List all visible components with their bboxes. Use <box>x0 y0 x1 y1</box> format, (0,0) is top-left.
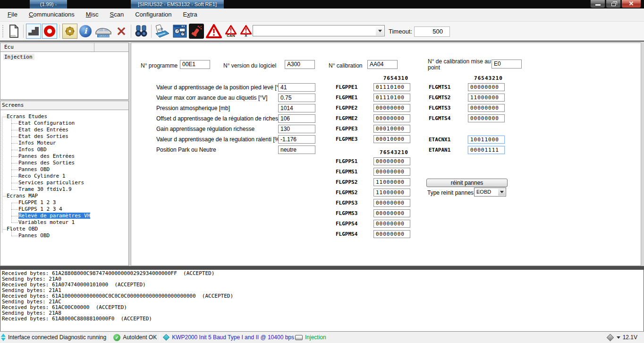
warning-can-button[interactable]: CAN <box>224 24 238 39</box>
timeout-input[interactable]: 500 <box>414 26 450 37</box>
tree-item[interactable]: Infos Moteur <box>0 140 128 146</box>
parameter-value-input[interactable]: 1014 <box>278 104 315 112</box>
flag-value-input[interactable]: 11000000 <box>468 94 505 102</box>
search-button[interactable] <box>134 24 149 39</box>
parameter-label: Pression atmospherique [mb] <box>156 104 230 112</box>
type-reinit-dropdown-button[interactable] <box>498 189 505 196</box>
warning-can-label: CAN <box>227 34 235 38</box>
toolbar-combobox[interactable] <box>253 25 385 36</box>
steps-button[interactable] <box>26 24 41 39</box>
flag-value-input[interactable]: 00000000 <box>468 104 505 112</box>
parameter-value-input[interactable]: 106 <box>278 114 315 123</box>
binoculars-icon <box>135 25 148 37</box>
warning-x-button[interactable]: X <box>239 24 253 39</box>
tree-item[interactable]: Trame 30 ftdiv1.9 <box>0 186 128 193</box>
menu-item[interactable]: Extra <box>178 9 203 21</box>
new-document-button[interactable]: «ω» <box>7 24 21 39</box>
flag-name: FLGPMS3 <box>336 209 373 217</box>
flag-value-input[interactable]: 01110100 <box>373 83 410 91</box>
warning-button[interactable] <box>205 24 223 39</box>
log-line: Received bytes: 61AC00C00000 (ACCEPTED) <box>2 305 644 310</box>
flag-value-input[interactable]: 00000000 <box>373 114 410 122</box>
tree-item[interactable]: Reco Cylindre 1 <box>0 173 128 180</box>
tree-item[interactable]: Etat Configuration <box>0 120 128 127</box>
tree-item[interactable]: FLGPPE 1 2 3 <box>0 199 128 206</box>
calibration-mise-au-point-input[interactable]: E0 <box>491 60 522 69</box>
parameter-value-input[interactable]: neutre <box>278 146 315 154</box>
flag-value-input[interactable]: 00000000 <box>373 209 410 217</box>
parameter-value-input[interactable]: -1.176 <box>278 135 315 144</box>
reinit-pannes-button[interactable]: réinit pannes <box>426 179 508 187</box>
combobox-dropdown-button[interactable] <box>376 26 384 35</box>
panel-divider[interactable] <box>0 266 644 270</box>
flag-value-input[interactable]: 00000000 <box>468 114 505 122</box>
flag-value-input[interactable]: 00000000 <box>373 104 410 112</box>
tree-item[interactable]: Infos OBD <box>0 146 128 153</box>
tree-item[interactable]: Pannes OBD <box>0 232 128 239</box>
app-window: (1.99) - [SIRIUS32 - EMS3132 - Soft RE1]… <box>0 0 644 343</box>
parameter-value-input[interactable]: 41 <box>278 83 315 92</box>
log-line: Received bytes: 61A10000000000000C0C0C0C… <box>2 293 644 299</box>
flag-value-input[interactable]: 00000000 <box>373 168 410 176</box>
flag-value-input[interactable]: 00010000 <box>373 125 410 133</box>
parameter-row: Valeur d apprentissage de la regulation … <box>156 135 317 144</box>
flag-value-input[interactable]: 10011000 <box>468 136 505 144</box>
vehicle-button[interactable]: SIRIUS32 <box>93 24 113 39</box>
minimize-button[interactable] <box>590 0 605 8</box>
flag-value-input[interactable]: 00000000 <box>468 83 505 91</box>
tree-item[interactable]: Etat des Entrées <box>0 127 128 133</box>
flag-value-input[interactable]: 00010000 <box>373 135 410 143</box>
tree-item[interactable]: Relevé de paramètres VH <box>0 213 128 219</box>
calibration-input[interactable]: AA04 <box>367 60 398 69</box>
tree-item[interactable]: Pannes des Sorties <box>0 160 128 166</box>
injector-button[interactable] <box>189 24 204 39</box>
info-button[interactable]: i <box>78 24 93 39</box>
programme-input[interactable]: 00E1 <box>180 60 210 69</box>
flag-value-input[interactable]: 00001111 <box>468 146 505 154</box>
flag-row: FLGMTS4 00000000 <box>429 114 507 122</box>
flag-value-input[interactable]: 00000000 <box>373 157 410 165</box>
menu-item[interactable]: Misc <box>80 9 104 21</box>
flag-row: FLGPMS2 11000000 <box>336 189 414 197</box>
voltage-dropdown-arrow[interactable] <box>617 336 620 339</box>
tree-item[interactable]: Pannes OBD <box>0 166 128 173</box>
measure-panel-button[interactable] <box>172 24 188 39</box>
car-icon: SIRIUS32 <box>94 25 112 38</box>
menu-item[interactable]: Communications <box>23 9 80 21</box>
tree-item[interactable]: FLGPPS 1 2 3 4 <box>0 206 128 213</box>
tree-item[interactable]: Services particuliers <box>0 180 128 186</box>
tree-item[interactable]: Ecrans MAP <box>0 193 128 199</box>
flag-value-input[interactable]: 00000000 <box>373 220 410 228</box>
tree-item[interactable]: Variables moteur 1 <box>0 219 128 226</box>
communication-log[interactable]: Received bytes: 61A28808000C987474000000… <box>0 270 644 331</box>
version-logiciel-input[interactable]: A300 <box>285 60 315 69</box>
parameter-value-input[interactable]: 0.75 <box>278 94 315 102</box>
tree-item[interactable]: Ecrans Etudes <box>0 113 128 120</box>
flag-value-input[interactable]: 11000000 <box>373 178 410 186</box>
disconnect-button[interactable] <box>114 24 128 39</box>
stop-button[interactable] <box>42 24 57 39</box>
flag-value-input[interactable]: 00000000 <box>373 230 410 238</box>
flag-value-input[interactable]: 01110100 <box>373 94 410 102</box>
menu-item[interactable]: Scan <box>104 9 130 21</box>
autoident-ok-icon <box>113 334 120 341</box>
tree-item[interactable]: Flotte OBD <box>0 226 128 232</box>
tree-item[interactable]: Pannes des Entrées <box>0 153 128 160</box>
ecu-list-item[interactable]: Injection <box>3 54 128 60</box>
restore-button[interactable] <box>606 0 621 8</box>
tree-item[interactable]: Etat des Sorties <box>0 133 128 140</box>
parameter-value-input[interactable]: 130 <box>278 125 315 133</box>
type-reinit-dropdown[interactable]: EOBD <box>474 188 506 197</box>
flag-value-input[interactable]: 11000000 <box>373 189 410 197</box>
toolbar-grip[interactable] <box>2 25 4 37</box>
type-reinit-value: EOBD <box>476 189 491 195</box>
flag-value-input[interactable]: 00000000 <box>373 199 410 207</box>
flash-tool-button[interactable]: 010 <box>154 24 171 39</box>
parameter-label: Position Park ou Neutre <box>156 146 216 154</box>
parameter-label: Gain apprentissage régulation richesse <box>156 125 254 133</box>
flag-name: FLGPME1 <box>336 94 373 102</box>
menu-item[interactable]: File <box>2 9 23 21</box>
gear-button[interactable] <box>62 24 77 39</box>
menu-item[interactable]: Configuration <box>129 9 177 21</box>
close-button[interactable] <box>621 0 641 8</box>
